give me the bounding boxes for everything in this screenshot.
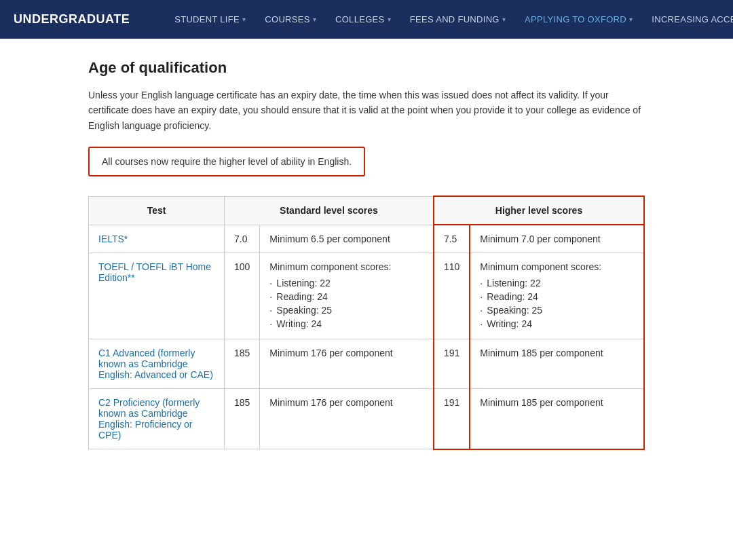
high-score-num: 7.5: [434, 225, 470, 253]
sub-list-item: Listening: 22: [480, 276, 634, 290]
std-score-detail: Minimum 176 per component: [260, 389, 434, 449]
high-score-detail: Minimum component scores:Listening: 22Re…: [470, 253, 644, 339]
nav-arrow: ▾: [242, 16, 246, 23]
sub-list-item: Writing: 24: [480, 317, 634, 331]
sub-list-item: Reading: 24: [269, 290, 424, 303]
highlight-box: All courses now require the higher level…: [88, 147, 365, 176]
high-score-detail: Minimum 185 per component: [470, 339, 644, 389]
std-score-detail: Minimum 176 per component: [260, 339, 434, 389]
nav-item-student-life[interactable]: STUDENT LIFE ▾: [165, 0, 255, 39]
high-score-detail: Minimum 185 per component: [470, 389, 644, 449]
table-row: C1 Advanced (formerly known as Cambridge…: [89, 339, 645, 389]
intro-paragraph: Unless your English language certificate…: [88, 88, 645, 133]
nav-brand: UNDERGRADUATE: [0, 0, 165, 39]
nav-arrow: ▾: [629, 16, 633, 23]
std-score-detail: Minimum 6.5 per component: [260, 225, 434, 253]
nav-item-courses[interactable]: COURSES ▾: [255, 0, 326, 39]
navbar: UNDERGRADUATE STUDENT LIFE ▾COURSES ▾COL…: [0, 0, 733, 39]
main-content: Age of qualification Unless your English…: [0, 39, 733, 477]
test-link[interactable]: IELTS*: [98, 234, 128, 244]
test-link[interactable]: TOEFL / TOEFL iBT Home Edition**: [98, 261, 211, 283]
nav-arrow: ▾: [388, 16, 391, 23]
test-link[interactable]: C1 Advanced (formerly known as Cambridge…: [98, 348, 213, 380]
test-link[interactable]: C2 Proficiency (formerly known as Cambri…: [98, 397, 200, 441]
nav-arrow: ▾: [313, 16, 316, 23]
high-score-num: 191: [434, 389, 470, 449]
nav-item-fees-and-funding[interactable]: FEES AND FUNDING ▾: [400, 0, 515, 39]
sub-list-item: Writing: 24: [269, 317, 424, 331]
std-score-detail: Minimum component scores:Listening: 22Re…: [260, 253, 434, 339]
std-score-num: 185: [225, 339, 260, 389]
std-score-num: 185: [225, 389, 260, 449]
sub-list-item: Speaking: 25: [269, 303, 424, 317]
col-header-standard: Standard level scores: [225, 196, 434, 225]
std-score-num: 7.0: [225, 225, 260, 253]
table-row: TOEFL / TOEFL iBT Home Edition**100Minim…: [89, 253, 645, 339]
high-score-num: 110: [434, 253, 470, 339]
table-row: C2 Proficiency (formerly known as Cambri…: [89, 389, 645, 449]
high-score-num: 191: [434, 339, 470, 389]
scores-table: Test Standard level scores Higher level …: [88, 195, 645, 450]
nav-item-colleges[interactable]: COLLEGES ▾: [326, 0, 400, 39]
highlight-text: All courses now require the higher level…: [102, 156, 352, 167]
col-header-test: Test: [89, 196, 225, 225]
table-row: IELTS*7.0Minimum 6.5 per component7.5Min…: [89, 225, 645, 253]
col-header-higher: Higher level scores: [434, 196, 644, 225]
nav-arrow: ▾: [502, 16, 506, 23]
nav-item-increasing-access[interactable]: INCREASING ACCESS ▾: [642, 0, 733, 39]
std-score-num: 100: [225, 253, 260, 339]
sub-list-item: Listening: 22: [269, 276, 424, 290]
section-title: Age of qualification: [88, 59, 645, 77]
sub-list-item: Reading: 24: [480, 290, 634, 303]
high-score-detail: Minimum 7.0 per component: [470, 225, 644, 253]
nav-item-applying-to-oxford[interactable]: APPLYING TO OXFORD ▾: [515, 0, 642, 39]
nav-items: STUDENT LIFE ▾COURSES ▾COLLEGES ▾FEES AN…: [165, 0, 733, 39]
sub-list-item: Speaking: 25: [480, 303, 634, 317]
